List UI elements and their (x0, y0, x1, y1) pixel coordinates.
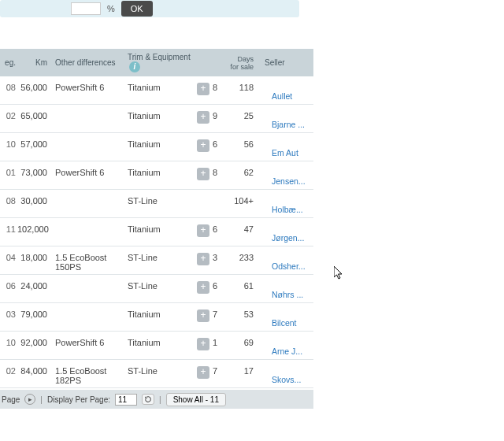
seller-link[interactable]: Jensen... (272, 176, 306, 186)
cell-trim: Titanium (124, 224, 194, 234)
cell-count: 6 (213, 139, 228, 149)
seller-link[interactable]: Skovs... (272, 375, 301, 384)
table-row[interactable]: 0284,0001.5 EcoBoost 182PSST-Line+717Sko… (0, 360, 313, 388)
table-row[interactable]: 0418,0001.5 EcoBoost 150PSST-Line+3233Od… (0, 246, 313, 275)
cell-diff: PowerShift 6 (52, 338, 124, 347)
cell-trim: ST-Line (124, 253, 194, 262)
seller-link[interactable]: Arne J... (272, 346, 302, 356)
seller-link[interactable]: Bjarne ... (272, 120, 305, 129)
cell-count: 1 (213, 338, 228, 347)
expand-button[interactable]: + (194, 168, 213, 180)
expand-button[interactable]: + (194, 253, 213, 265)
cell-count: 6 (213, 224, 228, 234)
col-diff[interactable]: Other differences (52, 58, 124, 67)
cell-days: 17 (228, 366, 257, 376)
cell-km: 24,000 (17, 281, 52, 291)
cell-km: 57,000 (17, 139, 52, 149)
col-reg[interactable]: eg. (0, 58, 17, 67)
next-page-icon[interactable]: ▸ (24, 394, 35, 405)
cell-reg: 04 (0, 253, 17, 262)
seller-link[interactable]: Odsher... (272, 261, 306, 271)
cell-trim: Titanium (124, 309, 194, 319)
expand-button[interactable]: + (194, 281, 213, 294)
cell-days: 62 (228, 168, 257, 177)
table-row[interactable]: 0265,000Titanium+925Bjarne ... (0, 105, 313, 133)
cell-reg: 03 (0, 309, 17, 319)
table-row[interactable]: 0379,000Titanium+753Bilcent (0, 303, 313, 332)
table-row[interactable]: 11102,000Titanium+647Jørgen... (0, 218, 313, 246)
seller-link[interactable]: Aullet (272, 91, 292, 101)
cell-km: 102,000 (17, 224, 52, 234)
col-km[interactable]: Km (17, 58, 52, 67)
cell-days: 47 (228, 224, 257, 234)
filter-bar: % OK (0, 0, 299, 17)
cell-diff: PowerShift 6 (52, 168, 124, 177)
cell-trim: Titanium (124, 83, 194, 92)
table-row[interactable]: 0173,000PowerShift 6Titanium+862Jensen..… (0, 161, 313, 190)
table-row[interactable]: 0830,000ST-Line104+Holbæ... (0, 190, 313, 218)
ok-button[interactable]: OK (121, 1, 153, 17)
cell-count: 7 (213, 366, 228, 376)
cell-diff: 1.5 EcoBoost 150PS (52, 253, 124, 272)
plus-icon: + (197, 168, 209, 180)
plus-icon: + (197, 309, 209, 322)
cell-reg: 10 (0, 338, 17, 347)
plus-icon: + (197, 83, 209, 95)
cell-days: 104+ (228, 196, 257, 206)
cell-reg: 02 (0, 366, 17, 376)
col-days[interactable]: Days for sale (228, 55, 257, 71)
seller-link[interactable]: Holbæ... (272, 205, 303, 214)
pagination-bar: Page ▸ | Display Per Page: | Show All - … (0, 390, 313, 409)
table-row[interactable]: 1092,000PowerShift 6Titanium+169Arne J..… (0, 332, 313, 360)
cell-km: 30,000 (17, 196, 52, 206)
seller-link[interactable]: Jørgen... (272, 233, 304, 243)
col-seller[interactable]: Seller (257, 58, 304, 67)
info-icon[interactable]: i (129, 61, 140, 72)
cell-trim: Titanium (124, 168, 194, 177)
expand-button[interactable]: + (194, 338, 213, 350)
seller-link[interactable]: Nøhrs ... (272, 290, 303, 299)
seller-link[interactable]: Em Aut (272, 148, 298, 158)
cell-reg: 08 (0, 196, 17, 206)
expand-button[interactable]: + (194, 139, 213, 152)
expand-button[interactable]: + (194, 83, 213, 95)
table-row[interactable]: 0856,000PowerShift 6Titanium+8118Aullet (0, 76, 313, 105)
plus-icon: + (197, 253, 209, 265)
sep2: | (159, 395, 161, 404)
percent-input[interactable] (71, 2, 101, 15)
refresh-icon (144, 395, 152, 403)
cell-count: 8 (213, 83, 228, 92)
cell-km: 18,000 (17, 253, 52, 262)
cell-trim: Titanium (124, 139, 194, 149)
cell-reg: 02 (0, 111, 17, 120)
cell-days: 61 (228, 281, 257, 291)
cell-trim: ST-Line (124, 366, 194, 376)
expand-button[interactable]: + (194, 224, 213, 237)
expand-button[interactable]: + (194, 309, 213, 322)
cell-days: 53 (228, 309, 257, 319)
display-per-page-label: Display Per Page: (47, 395, 110, 404)
cell-trim: ST-Line (124, 281, 194, 291)
table-row[interactable]: 1057,000Titanium+656Em Aut (0, 133, 313, 161)
expand-button[interactable]: + (194, 366, 213, 379)
cell-km: 84,000 (17, 366, 52, 376)
table-body: 0856,000PowerShift 6Titanium+8118Aullet0… (0, 76, 313, 388)
plus-icon: + (197, 111, 209, 124)
seller-link[interactable]: Bilcent (272, 318, 297, 328)
cell-km: 92,000 (17, 338, 52, 347)
table-row[interactable]: 0624,000ST-Line+661Nøhrs ... (0, 275, 313, 303)
expand-button[interactable]: + (194, 111, 213, 124)
table-header: eg. Km Other differences Trim & Equipmen… (0, 49, 313, 76)
cell-reg: 01 (0, 168, 17, 177)
cell-km: 73,000 (17, 168, 52, 177)
col-trim[interactable]: Trim & Equipment i (124, 53, 194, 72)
per-page-input[interactable] (115, 394, 137, 406)
refresh-button[interactable] (142, 394, 154, 405)
cell-days: 233 (228, 253, 257, 262)
cell-days: 25 (228, 111, 257, 120)
cell-days: 118 (228, 83, 257, 92)
cell-km: 56,000 (17, 83, 52, 92)
cell-count: 3 (213, 253, 228, 262)
show-all-button[interactable]: Show All - 11 (166, 393, 226, 406)
plus-icon: + (197, 224, 209, 237)
